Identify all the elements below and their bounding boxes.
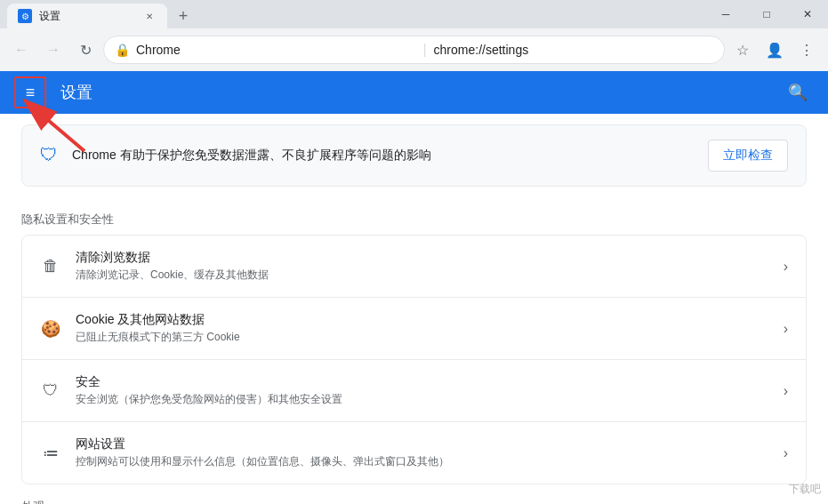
tab-strip: ⚙ 设置 ✕ + xyxy=(0,0,196,28)
cookie-subtitle: 已阻止无痕模式下的第三方 Cookie xyxy=(76,330,769,345)
clear-browsing-data-title: 清除浏览数据 xyxy=(76,250,769,266)
tab-favicon: ⚙ xyxy=(18,9,32,23)
titlebar: ⚙ 设置 ✕ + ─ □ ✕ xyxy=(0,0,828,28)
site-settings-subtitle: 控制网站可以使用和显示什么信息（如位置信息、摄像头、弹出式窗口及其他） xyxy=(76,454,769,469)
site-settings-item[interactable]: ≔ 网站设置 控制网站可以使用和显示什么信息（如位置信息、摄像头、弹出式窗口及其… xyxy=(22,422,806,484)
security-title: 安全 xyxy=(76,374,769,390)
content-inner: 🛡 Chrome 有助于保护您免受数据泄露、不良扩展程序等问题的影响 立即检查 … xyxy=(0,124,828,504)
security-item[interactable]: 🛡 安全 安全浏览（保护您免受危险网站的侵害）和其他安全设置 › xyxy=(22,360,806,422)
tab-close-button[interactable]: ✕ xyxy=(142,9,157,23)
close-button[interactable]: ✕ xyxy=(787,0,828,28)
arrow-icon-2: › xyxy=(784,383,788,399)
privacy-settings-group: 🗑 清除浏览数据 清除浏览记录、Cookie、缓存及其他数据 › 🍪 Cooki… xyxy=(21,235,807,484)
safety-card: 🛡 Chrome 有助于保护您免受数据泄露、不良扩展程序等问题的影响 立即检查 xyxy=(21,124,807,187)
settings-page-title: 设置 xyxy=(60,82,768,103)
site-settings-icon: ≔ xyxy=(40,443,61,464)
security-subtitle: 安全浏览（保护您免受危险网站的侵害）和其他安全设置 xyxy=(76,392,769,407)
menu-button[interactable]: ⋮ xyxy=(792,36,821,64)
navbar: ← → ↻ 🔒 Chrome | chrome://settings ☆ 👤 ⋮ xyxy=(0,28,828,71)
check-now-button[interactable]: 立即检查 xyxy=(708,140,788,172)
tab-title: 设置 xyxy=(39,9,135,24)
clear-browsing-data-text: 清除浏览数据 清除浏览记录、Cookie、缓存及其他数据 xyxy=(76,250,769,283)
address-divider: | xyxy=(422,42,426,58)
bookmark-button[interactable]: ☆ xyxy=(728,36,757,64)
cookie-title: Cookie 及其他网站数据 xyxy=(76,312,769,328)
privacy-section-header: 隐私设置和安全性 xyxy=(0,197,828,235)
active-tab[interactable]: ⚙ 设置 ✕ xyxy=(7,4,167,28)
forward-button[interactable]: → xyxy=(39,36,68,64)
minimize-button[interactable]: ─ xyxy=(705,0,746,28)
site-settings-text: 网站设置 控制网站可以使用和显示什么信息（如位置信息、摄像头、弹出式窗口及其他） xyxy=(76,436,769,469)
security-shield-icon: 🛡 xyxy=(40,380,61,402)
address-url: chrome://settings xyxy=(434,43,713,57)
window-controls: ─ □ ✕ xyxy=(705,0,828,28)
refresh-button[interactable]: ↻ xyxy=(71,36,100,64)
arrow-icon-1: › xyxy=(784,321,788,337)
clear-browsing-data-item[interactable]: 🗑 清除浏览数据 清除浏览记录、Cookie、缓存及其他数据 › xyxy=(22,236,806,298)
content-area[interactable]: 🛡 Chrome 有助于保护您免受数据泄露、不良扩展程序等问题的影响 立即检查 … xyxy=(0,114,828,504)
trash-icon: 🗑 xyxy=(40,256,61,277)
clear-browsing-data-subtitle: 清除浏览记录、Cookie、缓存及其他数据 xyxy=(76,268,769,283)
nav-right-buttons: ☆ 👤 ⋮ xyxy=(728,36,821,64)
safety-shield-icon: 🛡 xyxy=(40,145,61,166)
profile-button[interactable]: 👤 xyxy=(760,36,789,64)
site-security-icon: 🔒 xyxy=(115,43,129,57)
appearance-section-header: 外观 xyxy=(0,484,828,504)
cookie-icon: 🍪 xyxy=(40,318,61,340)
cookie-text: Cookie 及其他网站数据 已阻止无痕模式下的第三方 Cookie xyxy=(76,312,769,345)
address-chrome-label: Chrome xyxy=(136,43,415,57)
security-text: 安全 安全浏览（保护您免受危险网站的侵害）和其他安全设置 xyxy=(76,374,769,407)
maximize-button[interactable]: □ xyxy=(746,0,787,28)
arrow-icon-3: › xyxy=(784,445,788,461)
back-button[interactable]: ← xyxy=(7,36,36,64)
new-tab-button[interactable]: + xyxy=(171,4,196,28)
settings-header: ≡ 设置 🔍 xyxy=(0,71,828,114)
cookie-item[interactable]: 🍪 Cookie 及其他网站数据 已阻止无痕模式下的第三方 Cookie › xyxy=(22,298,806,360)
site-settings-title: 网站设置 xyxy=(76,436,769,452)
address-bar[interactable]: 🔒 Chrome | chrome://settings xyxy=(103,36,725,64)
settings-search-button[interactable]: 🔍 xyxy=(782,76,814,108)
titlebar-left: ⚙ 设置 ✕ + xyxy=(0,0,705,28)
sidebar-toggle-button[interactable]: ≡ xyxy=(14,76,46,108)
safety-card-text: Chrome 有助于保护您免受数据泄露、不良扩展程序等问题的影响 xyxy=(72,148,697,164)
arrow-icon-0: › xyxy=(784,259,788,275)
